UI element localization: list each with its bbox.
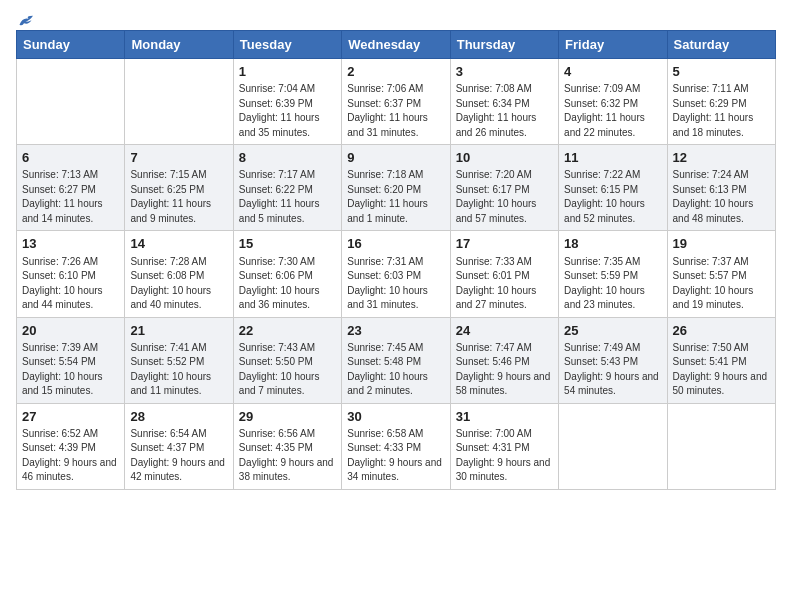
calendar-cell: 8Sunrise: 7:17 AM Sunset: 6:22 PM Daylig… <box>233 145 341 231</box>
calendar-day-header: Friday <box>559 31 667 59</box>
day-number: 31 <box>456 408 553 426</box>
calendar-day-header: Saturday <box>667 31 775 59</box>
calendar-week-row: 1Sunrise: 7:04 AM Sunset: 6:39 PM Daylig… <box>17 59 776 145</box>
calendar-header-row: SundayMondayTuesdayWednesdayThursdayFrid… <box>17 31 776 59</box>
header <box>16 10 776 24</box>
calendar-cell <box>559 403 667 489</box>
day-number: 18 <box>564 235 661 253</box>
calendar-cell: 9Sunrise: 7:18 AM Sunset: 6:20 PM Daylig… <box>342 145 450 231</box>
day-info: Sunrise: 7:31 AM Sunset: 6:03 PM Dayligh… <box>347 255 444 313</box>
day-info: Sunrise: 6:52 AM Sunset: 4:39 PM Dayligh… <box>22 427 119 485</box>
calendar-cell: 20Sunrise: 7:39 AM Sunset: 5:54 PM Dayli… <box>17 317 125 403</box>
calendar-cell: 23Sunrise: 7:45 AM Sunset: 5:48 PM Dayli… <box>342 317 450 403</box>
day-number: 24 <box>456 322 553 340</box>
day-info: Sunrise: 7:09 AM Sunset: 6:32 PM Dayligh… <box>564 82 661 140</box>
day-number: 17 <box>456 235 553 253</box>
day-info: Sunrise: 7:20 AM Sunset: 6:17 PM Dayligh… <box>456 168 553 226</box>
day-number: 23 <box>347 322 444 340</box>
calendar-cell <box>17 59 125 145</box>
calendar-cell: 6Sunrise: 7:13 AM Sunset: 6:27 PM Daylig… <box>17 145 125 231</box>
day-number: 22 <box>239 322 336 340</box>
day-number: 3 <box>456 63 553 81</box>
day-number: 12 <box>673 149 770 167</box>
day-number: 15 <box>239 235 336 253</box>
calendar-cell: 27Sunrise: 6:52 AM Sunset: 4:39 PM Dayli… <box>17 403 125 489</box>
calendar-week-row: 13Sunrise: 7:26 AM Sunset: 6:10 PM Dayli… <box>17 231 776 317</box>
calendar-week-row: 27Sunrise: 6:52 AM Sunset: 4:39 PM Dayli… <box>17 403 776 489</box>
calendar-cell: 13Sunrise: 7:26 AM Sunset: 6:10 PM Dayli… <box>17 231 125 317</box>
calendar-cell: 22Sunrise: 7:43 AM Sunset: 5:50 PM Dayli… <box>233 317 341 403</box>
day-info: Sunrise: 7:33 AM Sunset: 6:01 PM Dayligh… <box>456 255 553 313</box>
day-info: Sunrise: 7:24 AM Sunset: 6:13 PM Dayligh… <box>673 168 770 226</box>
day-number: 10 <box>456 149 553 167</box>
day-info: Sunrise: 7:18 AM Sunset: 6:20 PM Dayligh… <box>347 168 444 226</box>
calendar-day-header: Sunday <box>17 31 125 59</box>
day-info: Sunrise: 7:06 AM Sunset: 6:37 PM Dayligh… <box>347 82 444 140</box>
day-info: Sunrise: 7:11 AM Sunset: 6:29 PM Dayligh… <box>673 82 770 140</box>
calendar-cell: 24Sunrise: 7:47 AM Sunset: 5:46 PM Dayli… <box>450 317 558 403</box>
page: SundayMondayTuesdayWednesdayThursdayFrid… <box>0 0 792 612</box>
calendar-cell: 28Sunrise: 6:54 AM Sunset: 4:37 PM Dayli… <box>125 403 233 489</box>
day-number: 20 <box>22 322 119 340</box>
calendar-cell: 26Sunrise: 7:50 AM Sunset: 5:41 PM Dayli… <box>667 317 775 403</box>
calendar-cell: 25Sunrise: 7:49 AM Sunset: 5:43 PM Dayli… <box>559 317 667 403</box>
day-info: Sunrise: 6:58 AM Sunset: 4:33 PM Dayligh… <box>347 427 444 485</box>
calendar-cell: 16Sunrise: 7:31 AM Sunset: 6:03 PM Dayli… <box>342 231 450 317</box>
day-info: Sunrise: 7:50 AM Sunset: 5:41 PM Dayligh… <box>673 341 770 399</box>
day-number: 1 <box>239 63 336 81</box>
day-info: Sunrise: 7:45 AM Sunset: 5:48 PM Dayligh… <box>347 341 444 399</box>
day-number: 7 <box>130 149 227 167</box>
day-info: Sunrise: 7:22 AM Sunset: 6:15 PM Dayligh… <box>564 168 661 226</box>
logo-bird-icon <box>18 14 36 28</box>
day-info: Sunrise: 7:39 AM Sunset: 5:54 PM Dayligh… <box>22 341 119 399</box>
day-number: 26 <box>673 322 770 340</box>
calendar-week-row: 6Sunrise: 7:13 AM Sunset: 6:27 PM Daylig… <box>17 145 776 231</box>
day-number: 4 <box>564 63 661 81</box>
day-number: 14 <box>130 235 227 253</box>
calendar-cell: 19Sunrise: 7:37 AM Sunset: 5:57 PM Dayli… <box>667 231 775 317</box>
day-info: Sunrise: 7:49 AM Sunset: 5:43 PM Dayligh… <box>564 341 661 399</box>
day-info: Sunrise: 7:47 AM Sunset: 5:46 PM Dayligh… <box>456 341 553 399</box>
day-number: 9 <box>347 149 444 167</box>
calendar-cell: 5Sunrise: 7:11 AM Sunset: 6:29 PM Daylig… <box>667 59 775 145</box>
calendar-cell: 2Sunrise: 7:06 AM Sunset: 6:37 PM Daylig… <box>342 59 450 145</box>
day-number: 21 <box>130 322 227 340</box>
day-info: Sunrise: 7:26 AM Sunset: 6:10 PM Dayligh… <box>22 255 119 313</box>
calendar-cell: 3Sunrise: 7:08 AM Sunset: 6:34 PM Daylig… <box>450 59 558 145</box>
day-number: 6 <box>22 149 119 167</box>
calendar-day-header: Wednesday <box>342 31 450 59</box>
day-number: 29 <box>239 408 336 426</box>
calendar-cell: 10Sunrise: 7:20 AM Sunset: 6:17 PM Dayli… <box>450 145 558 231</box>
calendar-week-row: 20Sunrise: 7:39 AM Sunset: 5:54 PM Dayli… <box>17 317 776 403</box>
calendar-cell: 21Sunrise: 7:41 AM Sunset: 5:52 PM Dayli… <box>125 317 233 403</box>
day-info: Sunrise: 7:00 AM Sunset: 4:31 PM Dayligh… <box>456 427 553 485</box>
day-info: Sunrise: 7:43 AM Sunset: 5:50 PM Dayligh… <box>239 341 336 399</box>
calendar-table: SundayMondayTuesdayWednesdayThursdayFrid… <box>16 30 776 490</box>
calendar-cell: 12Sunrise: 7:24 AM Sunset: 6:13 PM Dayli… <box>667 145 775 231</box>
calendar-cell: 31Sunrise: 7:00 AM Sunset: 4:31 PM Dayli… <box>450 403 558 489</box>
day-number: 11 <box>564 149 661 167</box>
day-info: Sunrise: 7:37 AM Sunset: 5:57 PM Dayligh… <box>673 255 770 313</box>
day-info: Sunrise: 7:35 AM Sunset: 5:59 PM Dayligh… <box>564 255 661 313</box>
day-number: 19 <box>673 235 770 253</box>
calendar-cell: 15Sunrise: 7:30 AM Sunset: 6:06 PM Dayli… <box>233 231 341 317</box>
day-info: Sunrise: 7:04 AM Sunset: 6:39 PM Dayligh… <box>239 82 336 140</box>
calendar-cell <box>667 403 775 489</box>
calendar-cell: 1Sunrise: 7:04 AM Sunset: 6:39 PM Daylig… <box>233 59 341 145</box>
calendar-cell <box>125 59 233 145</box>
logo <box>16 14 36 24</box>
calendar-cell: 14Sunrise: 7:28 AM Sunset: 6:08 PM Dayli… <box>125 231 233 317</box>
day-number: 2 <box>347 63 444 81</box>
day-number: 13 <box>22 235 119 253</box>
calendar-cell: 11Sunrise: 7:22 AM Sunset: 6:15 PM Dayli… <box>559 145 667 231</box>
day-number: 30 <box>347 408 444 426</box>
day-info: Sunrise: 7:13 AM Sunset: 6:27 PM Dayligh… <box>22 168 119 226</box>
day-info: Sunrise: 6:54 AM Sunset: 4:37 PM Dayligh… <box>130 427 227 485</box>
calendar-cell: 30Sunrise: 6:58 AM Sunset: 4:33 PM Dayli… <box>342 403 450 489</box>
calendar-cell: 29Sunrise: 6:56 AM Sunset: 4:35 PM Dayli… <box>233 403 341 489</box>
day-number: 28 <box>130 408 227 426</box>
day-number: 16 <box>347 235 444 253</box>
day-info: Sunrise: 7:17 AM Sunset: 6:22 PM Dayligh… <box>239 168 336 226</box>
calendar-day-header: Thursday <box>450 31 558 59</box>
day-info: Sunrise: 7:30 AM Sunset: 6:06 PM Dayligh… <box>239 255 336 313</box>
